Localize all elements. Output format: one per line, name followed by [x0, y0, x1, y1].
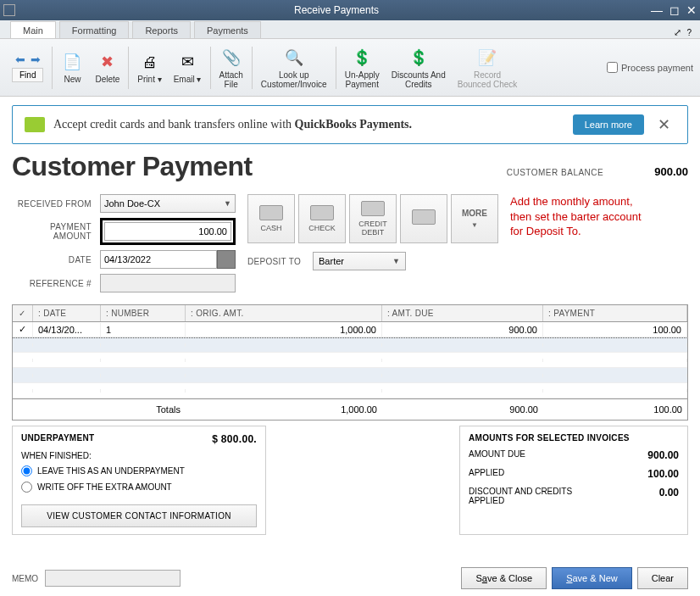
- close-button[interactable]: ✕: [686, 3, 697, 17]
- banner-text: Accept credit cards and bank transfers o…: [53, 118, 564, 131]
- maximize-button[interactable]: ◻: [669, 3, 680, 17]
- underpayment-amount: $ 800.00.: [212, 433, 257, 445]
- tab-formatting[interactable]: Formatting: [59, 21, 130, 38]
- payments-banner: Accept credit cards and bank transfers o…: [12, 105, 688, 144]
- credit-button[interactable]: CREDIT DEBIT: [349, 194, 397, 243]
- table-row[interactable]: ✓ 04/13/20... 1 1,000.00 900.00 100.00: [13, 322, 687, 337]
- unapply-icon: 💲: [351, 47, 373, 69]
- applied-label: APPLIED: [469, 468, 504, 480]
- page-title: Customer Payment: [12, 151, 253, 182]
- ribbon-tabs: Main Formatting Reports Payments ⤢ ?: [0, 20, 700, 39]
- memo-input[interactable]: [45, 570, 181, 587]
- prev-icon[interactable]: ⬅: [15, 53, 25, 66]
- memo-label: MEMO: [12, 574, 38, 583]
- find-button[interactable]: Find: [12, 68, 43, 82]
- email-icon: ✉: [176, 51, 198, 73]
- chevron-down-icon: ▼: [392, 257, 400, 265]
- customer-balance-label: CUSTOMER BALANCE: [507, 168, 604, 177]
- received-from-label: RECEIVED FROM: [12, 199, 97, 209]
- col-check[interactable]: ✓: [13, 305, 33, 321]
- amount-due-label: AMOUNT DUE: [469, 449, 525, 461]
- chevron-down-icon: ▼: [471, 221, 478, 229]
- delete-icon: ✖: [97, 51, 119, 73]
- table-row[interactable]: [13, 383, 687, 398]
- discount-value: 0.00: [659, 487, 679, 505]
- discounts-button[interactable]: 💲 Discounts And Credits: [386, 45, 451, 91]
- attach-icon: 📎: [220, 47, 242, 69]
- table-totals: Totals 1,000.00 900.00 100.00: [13, 398, 687, 420]
- payments-banner-icon: [25, 117, 45, 132]
- amounts-panel-title: AMOUNTS FOR SELECTED INVOICES: [469, 433, 679, 443]
- help-icon[interactable]: ?: [686, 28, 692, 37]
- banner-close-icon[interactable]: ✕: [653, 115, 675, 134]
- clear-button[interactable]: Clear: [637, 567, 688, 589]
- payment-amount-label: PAYMENT AMOUNT: [12, 222, 97, 241]
- customer-balance-value: 900.00: [654, 165, 688, 178]
- cash-icon: [259, 205, 283, 220]
- leave-underpayment-radio[interactable]: LEAVE THIS AS AN UNDERPAYMENT: [21, 465, 257, 476]
- calendar-icon[interactable]: [217, 250, 236, 269]
- delete-button[interactable]: ✖ Delete: [90, 49, 125, 86]
- write-off-radio[interactable]: WRITE OFF THE EXTRA AMOUNT: [21, 482, 257, 493]
- print-icon: 🖨: [139, 51, 161, 73]
- table-header: ✓ : DATE : NUMBER : ORIG. AMT. : AMT. DU…: [13, 305, 687, 322]
- view-contact-button[interactable]: VIEW CUSTOMER CONTACT INFORMATION: [21, 504, 257, 527]
- new-button[interactable]: 📄 New: [56, 49, 88, 86]
- save-new-button[interactable]: Save & New: [552, 567, 632, 589]
- lookup-button[interactable]: 🔍 Look up Customer/Invoice: [256, 45, 332, 91]
- date-label: DATE: [12, 255, 97, 265]
- ribbon: ⬅ ➡ Find 📄 New ✖ Delete 🖨 Print ▾ ✉ Emai…: [0, 39, 700, 97]
- table-row[interactable]: [13, 353, 687, 368]
- reference-input[interactable]: [100, 274, 236, 292]
- process-payment-checkbox[interactable]: Process payment: [607, 62, 693, 73]
- when-finished-label: WHEN FINISHED:: [21, 451, 257, 460]
- titlebar: Receive Payments — ◻ ✕: [0, 0, 700, 20]
- col-date[interactable]: : DATE: [33, 305, 101, 321]
- check-icon: [310, 205, 334, 220]
- invoice-table: ✓ : DATE : NUMBER : ORIG. AMT. : AMT. DU…: [12, 304, 688, 421]
- window-title: Receive Payments: [22, 4, 651, 16]
- expand-icon[interactable]: ⤢: [674, 27, 681, 38]
- check-button[interactable]: CHECK: [298, 194, 346, 243]
- window-icon: [3, 4, 15, 16]
- print-button[interactable]: 🖨 Print ▾: [132, 49, 166, 86]
- reference-label: REFERENCE #: [12, 279, 97, 288]
- email-button[interactable]: ✉ Email ▾: [169, 49, 207, 86]
- col-number[interactable]: : NUMBER: [101, 305, 186, 321]
- bounced-icon: 📝: [476, 47, 498, 69]
- attach-button[interactable]: 📎 Attach File: [214, 45, 248, 91]
- table-row[interactable]: [13, 337, 687, 353]
- col-payment[interactable]: : PAYMENT: [543, 305, 687, 321]
- col-due[interactable]: : AMT. DUE: [382, 305, 543, 321]
- footer: MEMO Save & Close Save & New Clear: [12, 567, 688, 589]
- next-icon[interactable]: ➡: [31, 53, 41, 66]
- credit-icon: [361, 201, 385, 216]
- annotation-text: Add the monthly amount, then set the bar…: [510, 194, 654, 239]
- deposit-to-dropdown[interactable]: Barter ▼: [313, 252, 406, 270]
- save-close-button[interactable]: Save & Close: [461, 567, 547, 589]
- find-group[interactable]: ⬅ ➡ Find: [7, 51, 48, 84]
- learn-more-button[interactable]: Learn more: [573, 114, 644, 135]
- tab-payments[interactable]: Payments: [194, 21, 261, 38]
- cash-button[interactable]: CASH: [247, 194, 295, 243]
- unapply-button[interactable]: 💲 Un-Apply Payment: [340, 45, 385, 91]
- echeck-button[interactable]: [400, 194, 447, 243]
- payment-amount-input[interactable]: [104, 222, 231, 241]
- col-orig[interactable]: : ORIG. AMT.: [186, 305, 382, 321]
- underpayment-title: UNDERPAYMENT: [21, 433, 94, 443]
- table-row[interactable]: [13, 368, 687, 383]
- applied-value: 100.00: [647, 468, 679, 480]
- more-methods-button[interactable]: MORE ▼: [451, 194, 498, 243]
- amount-due-value: 900.00: [647, 449, 679, 461]
- tab-reports[interactable]: Reports: [132, 21, 191, 38]
- chevron-down-icon: ▼: [224, 199, 231, 208]
- tab-main[interactable]: Main: [10, 21, 56, 38]
- received-from-dropdown[interactable]: John Doe-CX ▼: [100, 194, 236, 213]
- discount-label: DISCOUNT AND CREDITS APPLIED: [469, 487, 572, 505]
- underpayment-panel: UNDERPAYMENT $ 800.00. WHEN FINISHED: LE…: [12, 426, 266, 535]
- deposit-to-label: DEPOSIT TO: [247, 257, 306, 266]
- date-input[interactable]: [100, 250, 217, 269]
- minimize-button[interactable]: —: [651, 3, 663, 17]
- lookup-icon: 🔍: [283, 47, 305, 69]
- record-bounced-button: 📝 Record Bounced Check: [453, 45, 523, 91]
